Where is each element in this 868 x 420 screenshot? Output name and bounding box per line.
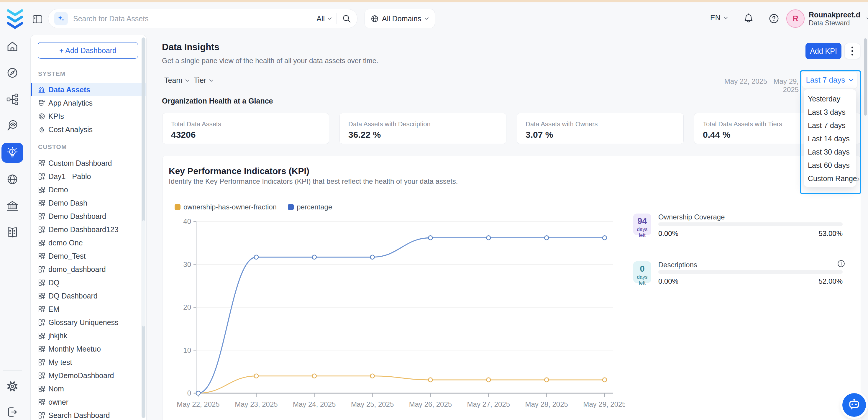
more-options-button[interactable]: [844, 43, 860, 59]
sidebar-item-kpis[interactable]: KPIs: [31, 110, 146, 123]
chevron-down-icon: [209, 79, 214, 82]
sidebar-item-label: Monthly Meetuo: [49, 345, 101, 353]
search-scope-dropdown[interactable]: All: [316, 14, 332, 23]
sidebar-item-demo-dashboard123[interactable]: Demo Dashboard123: [31, 223, 146, 236]
tier-filter-label: Tier: [194, 76, 206, 85]
sidebar-item-owner[interactable]: owner: [31, 395, 146, 409]
time-range-dropdown[interactable]: Last 7 days: [802, 72, 857, 88]
sidebar-item-search-dashboard[interactable]: Search Dashboard: [31, 409, 146, 420]
sidebar-scrollbar[interactable]: [142, 37, 146, 418]
app-analytics-icon: [38, 99, 45, 107]
svg-text:30: 30: [183, 261, 191, 268]
kpi-line-chart: 010203040May 22, 2025May 23, 2025May 24,…: [177, 215, 625, 419]
time-option-last-30-days[interactable]: Last 30 days: [804, 145, 856, 159]
sidebar-item-monthly-meetuo[interactable]: Monthly Meetuo: [31, 342, 146, 355]
goal-days-left-badge: 94days left: [633, 214, 651, 235]
domains-filter-button[interactable]: All Domains: [365, 9, 435, 28]
add-dashboard-button[interactable]: + Add Dashboard: [38, 42, 138, 59]
sidebar-item-custom-dashboard[interactable]: Custom Dashboard: [31, 157, 146, 170]
sidebar-item-day1-pablo[interactable]: Day1 - Pablo: [31, 170, 146, 183]
sidebar-collapse-button[interactable]: [32, 13, 43, 24]
search-input[interactable]: [72, 14, 312, 23]
time-option-last-60-days[interactable]: Last 60 days: [804, 159, 856, 172]
dashboard-icon: [38, 239, 45, 247]
page-scrollbar[interactable]: [864, 38, 867, 116]
glance-card-label: Total Data Assets with Tiers: [703, 120, 782, 128]
language-selector[interactable]: EN: [710, 13, 728, 22]
legend-item-percentage[interactable]: percentage: [288, 203, 332, 211]
glance-card-value: 0.44 %: [703, 130, 730, 140]
rail-item-compass[interactable]: [4, 65, 21, 81]
ai-sparkle-icon[interactable]: [54, 12, 68, 25]
sidebar-item-demo-dashboard[interactable]: Demo Dashboard: [31, 210, 146, 223]
chevron-down-icon: [723, 17, 728, 20]
bell-icon: [742, 12, 755, 25]
sidebar-item-glossary-uniqueness[interactable]: Glossary Uniqueness: [31, 316, 146, 329]
date-range-label: May 22, 2025 - May 29, 2025: [720, 77, 799, 94]
sidebar-item-cost-analysis[interactable]: $Cost Analysis: [31, 123, 146, 136]
glance-card-value: 3.07 %: [526, 130, 553, 140]
global-search-bar[interactable]: All: [48, 9, 358, 28]
add-kpi-button[interactable]: Add KPI: [805, 43, 841, 59]
rail-item-globe[interactable]: [4, 171, 21, 187]
help-button[interactable]: [768, 12, 780, 25]
dashboard-icon: [38, 186, 45, 193]
kpis-icon: [38, 113, 45, 120]
time-option-last-3-days[interactable]: Last 3 days: [804, 106, 856, 119]
time-option-custom-range[interactable]: Custom Range›: [804, 172, 856, 185]
sidebar-item-demo-one[interactable]: demo One: [31, 236, 146, 249]
rail-item-insights[interactable]: [1, 143, 23, 163]
sidebar-item-mydemodashboard[interactable]: MyDemoDashboard: [31, 369, 146, 382]
legend-item-ownership-has-owner-fraction[interactable]: ownership-has-owner-fraction: [175, 203, 277, 211]
sidebar-item-demo-test[interactable]: Demo_Test: [31, 249, 146, 263]
glance-card-0: Total Data Assets43206: [162, 113, 329, 144]
time-option-last-14-days[interactable]: Last 14 days: [804, 132, 856, 145]
sidebar-item-dq-dashboard[interactable]: DQ Dashboard: [31, 289, 146, 302]
rail-item-governance[interactable]: [4, 198, 21, 214]
scrollbar-thumb[interactable]: [142, 220, 145, 327]
svg-text:May 23, 2025: May 23, 2025: [235, 400, 278, 408]
time-option-last-7-days[interactable]: Last 7 days: [804, 119, 856, 132]
sidebar-item-label: Demo_Test: [49, 252, 86, 261]
sidebar-item-label: Demo Dash: [49, 199, 87, 207]
data-assets-icon: [38, 86, 45, 93]
sidebar-item-my-test[interactable]: My test: [31, 356, 146, 369]
sidebar-item-demo-dash[interactable]: Demo Dash: [31, 197, 146, 209]
sidebar-item-domo-dashboard[interactable]: domo_dashboard: [31, 263, 146, 276]
workflow-icon: [5, 92, 20, 107]
rail-item-docs[interactable]: [4, 224, 21, 241]
sidebar-item-jhkjhk[interactable]: jhkjhk: [31, 329, 146, 342]
rail-item-workflow[interactable]: [4, 91, 21, 108]
tier-filter[interactable]: Tier: [194, 76, 214, 85]
divider: [3, 370, 22, 371]
chat-launcher-button[interactable]: [842, 393, 866, 417]
sidebar-item-app-analytics[interactable]: App Analytics: [31, 96, 146, 110]
sidebar-item-data-assets[interactable]: Data Assets: [31, 83, 146, 96]
team-filter[interactable]: Team: [164, 76, 190, 85]
rail-item-logout[interactable]: [4, 404, 21, 420]
goal-title: Descriptions: [658, 261, 697, 269]
notifications-button[interactable]: [742, 12, 755, 25]
cost-analysis-icon: $: [38, 126, 45, 133]
rail-item-discovery[interactable]: [4, 118, 21, 134]
goal-range-end: 53.00%: [819, 230, 843, 238]
user-menu[interactable]: R Rounakpreet.d Data Steward: [786, 9, 868, 28]
app-logo-icon[interactable]: [6, 8, 24, 30]
svg-text:May 28, 2025: May 28, 2025: [525, 400, 568, 408]
sidebar-item-em[interactable]: EM: [31, 303, 146, 316]
rail-item-home[interactable]: [4, 38, 21, 55]
time-option-yesterday[interactable]: Yesterday: [804, 92, 856, 106]
glance-card-1: Data Assets with Description36.22 %: [339, 113, 506, 144]
sidebar-item-nom[interactable]: Nom: [31, 382, 146, 395]
info-icon[interactable]: [837, 260, 845, 268]
legend-label: percentage: [297, 203, 332, 211]
kebab-icon: [851, 46, 854, 56]
rail-item-settings[interactable]: [4, 378, 21, 395]
sidebar-item-dq[interactable]: DQ: [31, 276, 146, 289]
sidebar-item-label: Demo: [49, 185, 68, 194]
search-icon[interactable]: [342, 14, 351, 23]
sidebar-item-label: Custom Dashboard: [49, 159, 112, 168]
goal-days-left-label: days left: [633, 227, 651, 238]
home-icon: [5, 39, 20, 54]
sidebar-item-demo[interactable]: Demo: [31, 183, 146, 196]
